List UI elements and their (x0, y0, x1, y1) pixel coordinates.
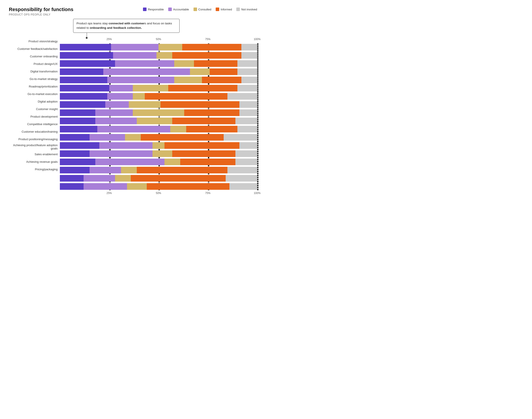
y-label-4: Digital transformation (9, 68, 60, 75)
bar-segment-1-3 (172, 52, 241, 59)
legend-swatch-1 (168, 8, 172, 11)
chart-header: Responsibility for functions PRODUCT OPS… (9, 7, 73, 16)
x-tick-bottom-2: 75% (205, 192, 210, 195)
bar-segment-5-3 (168, 85, 237, 92)
bar-segment-10-0 (60, 126, 97, 132)
bar-segment-0-2 (159, 44, 182, 51)
y-label-2: Customer onboarding (9, 53, 60, 60)
bar-segment-2-1 (115, 60, 174, 67)
bar-segment-6-4 (227, 93, 257, 100)
y-label-10: Product development (9, 113, 60, 120)
legend-item-responsible: Responsible (143, 8, 164, 11)
chart-subtitle: PRODUCT OPS PEOPLE ONLY (9, 13, 73, 16)
y-label-17: Pricing/packaging (9, 166, 60, 173)
legend-label-3: Informed (220, 8, 232, 11)
bar-segment-11-0 (60, 134, 90, 141)
legend-swatch-2 (193, 8, 197, 11)
legend-item-informed: Informed (216, 8, 232, 11)
bar-row-17 (60, 183, 257, 190)
bar-segment-16-2 (115, 175, 131, 182)
bar-segment-6-0 (60, 93, 107, 100)
bar-segment-4-1 (107, 77, 175, 83)
bar-segment-6-2 (133, 93, 145, 100)
bar-segment-10-2 (170, 126, 186, 132)
bar-segment-17-3 (147, 183, 230, 190)
bar-segment-13-2 (152, 150, 172, 157)
x-tick-bottom-1: 50% (156, 192, 161, 195)
x-tick-top-3: 100% (254, 38, 261, 41)
bar-track-1 (60, 52, 257, 59)
bar-segment-13-1 (90, 150, 153, 157)
y-label-7: Go-to-market execution (9, 90, 60, 98)
bar-row-0 (60, 43, 257, 51)
bar-segment-12-0 (60, 142, 99, 149)
bar-track-0 (60, 44, 257, 51)
x-tick-bottom-0: 25% (106, 192, 112, 195)
bars-area (60, 43, 257, 190)
bar-segment-2-4 (237, 60, 257, 67)
bar-segment-4-3 (202, 77, 241, 83)
bar-track-11 (60, 134, 257, 141)
bar-segment-1-1 (113, 52, 156, 59)
bar-track-13 (60, 150, 257, 157)
bar-segment-5-4 (237, 85, 257, 92)
x-tick-bottom-3: 100% (254, 192, 261, 195)
bar-segment-8-0 (60, 109, 95, 116)
bar-segment-8-3 (184, 109, 239, 116)
bar-segment-10-3 (186, 126, 237, 132)
bar-segment-3-4 (237, 68, 257, 75)
bar-segment-11-2 (125, 134, 141, 141)
bar-segment-16-3 (131, 175, 225, 182)
legend-label-1: Accountable (173, 8, 189, 11)
y-label-13: Product positioning/messaging (9, 135, 60, 143)
bar-row-15 (60, 166, 257, 174)
y-label-15: Sales enablement (9, 151, 60, 158)
bar-segment-7-1 (105, 101, 129, 108)
bar-segment-5-2 (133, 85, 168, 92)
callout-text: Product ops teams stay connected with cu… (77, 22, 172, 29)
legend-swatch-0 (143, 8, 147, 11)
bar-row-10 (60, 125, 257, 133)
bar-track-7 (60, 101, 257, 108)
bar-row-8 (60, 109, 257, 117)
bar-track-4 (60, 77, 257, 83)
bar-segment-17-4 (230, 183, 257, 190)
chart-container: Responsibility for functions PRODUCT OPS… (9, 7, 257, 196)
bar-segment-1-2 (156, 52, 172, 59)
bar-track-12 (60, 142, 257, 149)
legend-label-0: Responsible (148, 8, 164, 11)
bar-segment-16-1 (83, 175, 115, 182)
bar-row-9 (60, 117, 257, 125)
y-label-5: Go-to-market strategy (9, 75, 60, 83)
bar-segment-4-2 (174, 77, 202, 83)
bar-segment-14-1 (95, 158, 164, 165)
bar-track-8 (60, 109, 257, 116)
bar-track-16 (60, 175, 257, 182)
bar-segment-17-0 (60, 183, 83, 190)
bar-track-15 (60, 167, 257, 173)
bar-segment-0-4 (241, 44, 257, 51)
legend-label-4: Not involved (241, 8, 257, 11)
bar-segment-17-2 (127, 183, 147, 190)
bar-segment-10-1 (97, 126, 170, 132)
bar-segment-9-2 (137, 118, 172, 124)
bar-segment-12-2 (152, 142, 164, 149)
legend-item-consulted: Consulted (193, 8, 211, 11)
bar-segment-15-2 (121, 167, 137, 173)
bar-row-11 (60, 133, 257, 141)
bar-row-13 (60, 150, 257, 157)
chart-right: 25%50%75%100% 25%50%75%100% (60, 38, 257, 196)
bar-segment-1-0 (60, 52, 113, 59)
bar-segment-8-1 (95, 109, 133, 116)
bar-segment-10-4 (237, 126, 257, 132)
bar-segment-4-0 (60, 77, 107, 83)
x-axis-top: 25%50%75%100% (60, 38, 257, 42)
bar-segment-6-3 (145, 93, 228, 100)
bar-segment-14-0 (60, 158, 95, 165)
bar-row-14 (60, 158, 257, 166)
bar-segment-6-1 (107, 93, 133, 100)
bar-segment-9-3 (172, 118, 235, 124)
bar-segment-3-1 (103, 68, 190, 75)
bar-segment-4-4 (241, 77, 257, 83)
bar-segment-3-2 (190, 68, 210, 75)
